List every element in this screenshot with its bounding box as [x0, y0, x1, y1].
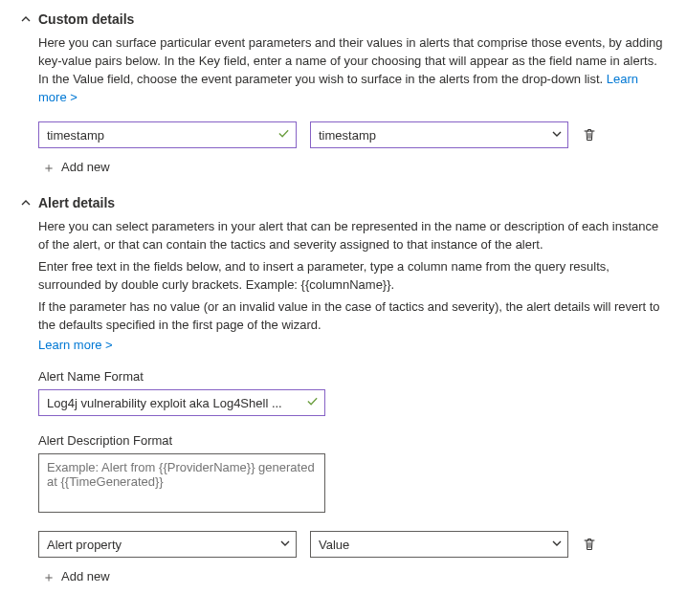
- alert-details-desc2: Enter free text in the fields below, and…: [38, 258, 670, 295]
- alert-name-format-input[interactable]: [38, 389, 325, 416]
- add-new-label: Add new: [61, 569, 110, 583]
- add-new-label: Add new: [61, 160, 110, 174]
- chevron-up-icon: [17, 14, 34, 24]
- alert-details-learn-more[interactable]: Learn more >: [38, 338, 670, 352]
- alert-details-desc3: If the parameter has no value (or an inv…: [38, 298, 670, 335]
- alert-name-format-label: Alert Name Format: [38, 369, 670, 384]
- alert-details-title: Alert details: [38, 195, 115, 210]
- custom-key-input[interactable]: [38, 121, 297, 148]
- alert-details-desc1: Here you can select parameters in your a…: [38, 218, 670, 254]
- chevron-up-icon: [17, 198, 34, 208]
- alert-value-select[interactable]: Value: [310, 531, 568, 558]
- alert-add-new-button[interactable]: ＋ Add new: [42, 569, 670, 583]
- plus-icon: ＋: [42, 161, 55, 174]
- plus-icon: ＋: [42, 570, 55, 583]
- delete-row-button[interactable]: [582, 537, 597, 552]
- custom-details-title: Custom details: [38, 11, 134, 27]
- custom-details-description: Here you can surface particular event pa…: [38, 34, 670, 106]
- custom-details-header[interactable]: Custom details: [17, 11, 670, 27]
- custom-value-select[interactable]: timestamp: [310, 121, 568, 148]
- custom-add-new-button[interactable]: ＋ Add new: [42, 160, 670, 174]
- delete-row-button[interactable]: [582, 127, 597, 143]
- alert-property-select[interactable]: Alert property: [38, 531, 297, 558]
- alert-desc-format-label: Alert Description Format: [38, 433, 670, 448]
- alert-details-header[interactable]: Alert details: [17, 195, 670, 210]
- alert-desc-format-textarea[interactable]: [38, 453, 325, 513]
